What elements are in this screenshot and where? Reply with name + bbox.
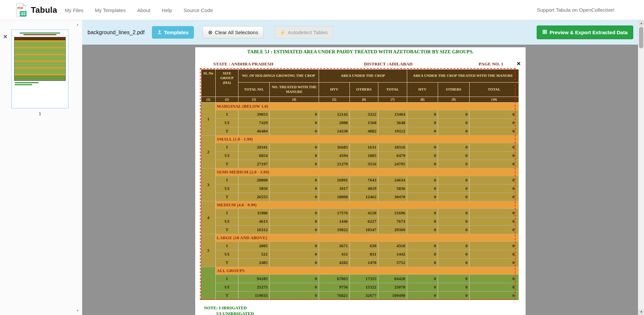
- nav-my-files[interactable]: My Files: [65, 7, 84, 13]
- svg-text:PDF: PDF: [17, 6, 24, 10]
- pdf-table-title: TABLE 5J : ESTIMATED AREA UNDER PADDY TR…: [195, 49, 526, 55]
- clear-selections-button[interactable]: ⊗ Clear All Selections: [203, 26, 264, 39]
- table-grid-icon: [542, 30, 547, 35]
- selection-delete-icon[interactable]: ✕: [517, 61, 521, 67]
- pdf-district: DISTRICT :ADILABAD: [364, 61, 413, 67]
- pdf-note: NOTE: I-IRRIGATED: [204, 305, 247, 311]
- scroll-down-icon[interactable]: ▼: [638, 309, 644, 315]
- window-scrollbar[interactable]: ▲ ▼: [638, 20, 644, 315]
- nav-my-templates[interactable]: My Templates: [95, 7, 126, 13]
- thumbnail-note-line: [15, 84, 32, 85]
- tabula-app: PDF Tabula My Files My Templates About H…: [0, 0, 644, 315]
- sidebar: ✕ 1 ▲ ▼: [0, 20, 82, 315]
- pdf-state: STATE : ANDHRA PRADESH: [213, 61, 273, 67]
- thumbnail-table: [14, 37, 66, 81]
- brand-title[interactable]: Tabula: [31, 0, 57, 20]
- lightning-icon: ⚡: [280, 30, 285, 35]
- toolbar: background_lines_2.pdf Templates ⊗ Clear…: [82, 20, 638, 45]
- sidebar-scroll-up-icon[interactable]: ▲: [76, 23, 79, 26]
- thumbnail-subtitle-line: [23, 34, 57, 35]
- sidebar-scroll-down-icon[interactable]: ▼: [76, 309, 79, 312]
- page-thumbnail[interactable]: [11, 30, 68, 108]
- scrollbar-thumb[interactable]: [639, 27, 643, 48]
- navbar: PDF Tabula My Files My Templates About H…: [0, 0, 644, 20]
- document-viewport: TABLE 5J : ESTIMATED AREA UNDER PADDY TR…: [82, 45, 638, 315]
- pdf-page-number: PAGE NO. 1: [479, 61, 503, 67]
- templates-label: Templates: [164, 30, 189, 35]
- thumbnail-note-line: [15, 82, 39, 83]
- pdf-page[interactable]: TABLE 5J : ESTIMATED AREA UNDER PADDY TR…: [195, 47, 526, 315]
- upload-icon: [157, 30, 162, 35]
- scroll-up-icon[interactable]: ▲: [638, 20, 644, 26]
- main-nav: My Files My Templates About Help Source …: [65, 0, 213, 20]
- thumbnail-page-number: 1: [11, 111, 68, 116]
- autodetect-label: Autodetect Tables: [288, 30, 328, 35]
- pdf-note: UI-UNIRRIGATED: [216, 311, 254, 315]
- nav-help[interactable]: Help: [162, 7, 172, 13]
- selection-rectangle[interactable]: [200, 68, 516, 300]
- nav-source-code[interactable]: Source Code: [183, 7, 213, 13]
- export-label: Preview & Export Extracted Data: [549, 30, 628, 35]
- support-link[interactable]: Support Tabula on OpenCollective!: [537, 0, 614, 20]
- clear-selections-label: Clear All Selections: [215, 30, 258, 35]
- clear-circle-x-icon: ⊗: [208, 30, 212, 35]
- nav-about[interactable]: About: [137, 7, 150, 13]
- thumbnail-title-line: [20, 33, 60, 34]
- pdf-meta-row: STATE : ANDHRA PRADESH DISTRICT :ADILABA…: [195, 61, 526, 67]
- tabula-logo-icon: PDF: [15, 3, 28, 17]
- templates-button[interactable]: Templates: [152, 26, 194, 39]
- filename-label: background_lines_2.pdf: [88, 30, 145, 36]
- export-button[interactable]: Preview & Export Extracted Data: [537, 25, 633, 39]
- remove-page-icon[interactable]: ✕: [3, 34, 7, 40]
- autodetect-tables-button[interactable]: ⚡ Autodetect Tables: [274, 26, 333, 39]
